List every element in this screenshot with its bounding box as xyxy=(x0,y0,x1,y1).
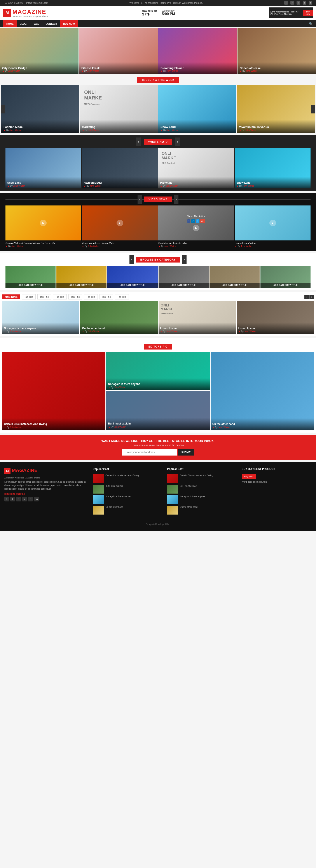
editor-right-title: On the other hand xyxy=(212,423,312,426)
nav-buy-now[interactable]: BUY NOW xyxy=(60,20,78,27)
hot-title-3: Marketing xyxy=(160,181,232,184)
footer-buy-desc: WordPress Theme Bundle xyxy=(242,480,312,483)
social-google-icon[interactable]: g xyxy=(309,1,312,5)
whats-hot-next-arrow[interactable]: › xyxy=(175,137,180,146)
footer-post-2-3[interactable]: Nor again is there anyone xyxy=(167,495,237,504)
news-item-1[interactable]: Nor again is there anyone ▲ By John Walt… xyxy=(2,301,79,334)
footer-social-pinterest[interactable]: p xyxy=(28,497,33,501)
video-prev-arrow[interactable]: ‹ xyxy=(138,195,142,204)
hero-item-3[interactable]: Blooming Flower ▲ By John Walter xyxy=(158,28,237,74)
newsletter-subtext: Lorem ipsum is simply dummy text of the … xyxy=(4,444,312,446)
logo[interactable]: M MAGAZINE A Premium WordPress Magazine … xyxy=(3,8,48,18)
header-buy-now-button[interactable]: Buy Now xyxy=(303,10,313,16)
footer-post-2-2[interactable]: But I must explain xyxy=(167,485,237,494)
trending-grid: Fashion Model ▲ By John Walter ONLIMARKE… xyxy=(1,85,315,133)
video-play-icon-4[interactable]: ▶ xyxy=(269,220,276,226)
search-icon[interactable]: 🔍 xyxy=(309,22,313,26)
hot-author-3: ▲ By John Walter xyxy=(160,185,232,187)
footer-social-twitter[interactable]: t xyxy=(10,497,15,501)
video-play-icon-1[interactable]: ▶ xyxy=(40,220,47,226)
editor-center-bottom[interactable]: But I must explain ▲ By John Walter xyxy=(106,391,209,430)
news-item-3[interactable]: ONLIMARKESEO Content Lorem Ipsum ▲ By Jo… xyxy=(159,301,236,334)
footer-post-1-4[interactable]: On the other hand xyxy=(93,506,163,515)
trend-item-3[interactable]: Snow Land ▲ By John Walter xyxy=(158,85,236,133)
video-item-2[interactable]: ▶ Video taken from Lipsum Video ▲ By Joh… xyxy=(82,206,158,249)
trend-item-2[interactable]: ONLIMARKESEO Content Marketing ▲ By John… xyxy=(80,85,158,133)
trend-title-1: Fashion Model xyxy=(3,125,77,128)
video-play-icon-3[interactable]: ▶ xyxy=(193,225,199,231)
cat-item-5[interactable]: ADD CATEGORY TITLE xyxy=(209,266,260,288)
category-prev-arrow[interactable]: ‹ xyxy=(130,255,134,264)
hero-item-4[interactable]: Chocolato cake ▲ By John Walter xyxy=(237,28,316,74)
newsletter-email-input[interactable] xyxy=(122,449,177,456)
cat-item-2[interactable]: ADD CATEGORY TITLE xyxy=(56,266,107,288)
video-next-arrow[interactable]: › xyxy=(174,195,178,204)
news-item-4[interactable]: Lorem Ipsum ▲ By John Walter xyxy=(237,301,314,334)
footer-post-1-3[interactable]: Nor again is there anyone xyxy=(93,495,163,504)
news-title-2: On the other hand xyxy=(82,327,156,330)
newsletter-submit-button[interactable]: SUBMIT xyxy=(178,449,194,456)
category-next-arrow[interactable]: › xyxy=(182,255,186,264)
nav-contact[interactable]: CONTACT xyxy=(42,20,60,27)
cat-item-6[interactable]: ADD CATEGORY TITLE xyxy=(260,266,311,288)
cat-item-1[interactable]: ADD CATEGORY TITLE xyxy=(5,266,56,288)
social-instagram-icon[interactable]: i xyxy=(296,1,300,5)
social-pinterest-icon[interactable]: p xyxy=(303,1,306,5)
cat-item-3[interactable]: ADD CATEGORY TITLE xyxy=(107,266,157,288)
editor-main-title: Certain Circumstances And Owing xyxy=(4,423,104,426)
footer-post-1-2[interactable]: But I must explain xyxy=(93,485,163,494)
top-bar: +00 1234-5678-90 info@youremail.com Welc… xyxy=(0,0,316,6)
tab-6[interactable]: Tab Title xyxy=(99,294,113,300)
hot-title-2: Fashion Model xyxy=(84,181,156,184)
social-twitter-icon[interactable]: t xyxy=(284,1,288,5)
cat-item-4[interactable]: ADD CATEGORY TITLE xyxy=(159,266,209,288)
editor-right-item[interactable]: On the other hand ▲ By John Walter xyxy=(210,352,314,430)
whats-hot-prev-arrow[interactable]: ‹ xyxy=(136,137,141,146)
editor-center-top[interactable]: Nor again is there anyone ▲ By John Walt… xyxy=(106,352,209,391)
social-facebook-icon[interactable]: f xyxy=(290,1,294,5)
nav-home[interactable]: HOME xyxy=(3,20,17,27)
video-item-1[interactable]: ▶ Sample Videos / Dummy Videos For Demo … xyxy=(5,206,81,249)
more-news-next-arrow[interactable]: › xyxy=(310,294,314,299)
nav-page[interactable]: PAGE xyxy=(30,20,42,27)
footer-social-google[interactable]: g xyxy=(16,497,21,501)
hero-item-2[interactable]: Fitness Freak ▲ By John Walter xyxy=(79,28,158,74)
news-item-2[interactable]: On the other hand ▲ By John Walter xyxy=(80,301,157,334)
trending-prev-arrow[interactable]: ‹ xyxy=(1,105,5,114)
footer-social-rss[interactable]: rss xyxy=(34,497,39,501)
tab-7[interactable]: Tab Title xyxy=(115,294,129,300)
ad-text: WordPress Magazine Theme NJ VW WordPress… xyxy=(269,10,303,16)
tab-5[interactable]: Tab Title xyxy=(84,294,98,300)
video-item-3[interactable]: Share This Article f in t g+ ▶ Curabitur… xyxy=(158,206,234,249)
footer-post-text-1-2: But I must explain xyxy=(106,485,123,487)
hot-item-4[interactable]: Snow Land ▲ By John Walter xyxy=(235,148,311,188)
video-item-4[interactable]: ▶ Lorem Ipsum Video ▲ By John Walter xyxy=(235,206,311,249)
tab-1[interactable]: Tab Title xyxy=(22,294,36,300)
cat-title-1: ADD CATEGORY TITLE xyxy=(7,284,54,286)
hero-item-1[interactable]: City Center Bridge ▲ By John Walter xyxy=(0,28,79,74)
editor-main-item[interactable]: Certain Circumstances And Owing ▲ By Joh… xyxy=(2,352,106,430)
trend-item-1[interactable]: Fashion Model ▲ By John Walter xyxy=(1,85,79,133)
hot-item-3[interactable]: ONLIMARKESEO Content Marketing ▲ By John… xyxy=(158,148,234,188)
hot-item-1[interactable]: Snow Land ▲ By John Walter xyxy=(5,148,81,188)
nav-blog[interactable]: BLOG xyxy=(17,20,30,27)
video-play-icon-2[interactable]: ▶ xyxy=(117,220,123,226)
tab-4[interactable]: Tab Title xyxy=(68,294,82,300)
footer-post-1-1[interactable]: Certain Circumstances And Owing xyxy=(93,474,163,483)
top-bar-left: +00 1234-5678-90 info@youremail.com xyxy=(3,2,48,4)
top-bar-center: Welcome To The Magazine Theme Pro Premiu… xyxy=(48,2,284,4)
trend-item-4[interactable]: Vivamus mollis varius ▲ By John Walter xyxy=(237,85,315,133)
footer-buy-button[interactable]: Buy Now xyxy=(242,474,256,479)
trending-next-arrow[interactable]: › xyxy=(311,105,315,114)
footer-post-2-1[interactable]: Certain Circumstances And Owing xyxy=(167,474,237,483)
more-news-prev-arrow[interactable]: ‹ xyxy=(305,294,309,299)
editor-center-top-title: Nor again is there anyone xyxy=(108,382,208,385)
footer-post-2-4[interactable]: On the other hand xyxy=(167,506,237,515)
tab-2[interactable]: Tab Title xyxy=(37,294,51,300)
hot-item-2[interactable]: Fashion Model ▲ By John Walter xyxy=(82,148,158,188)
tab-3[interactable]: Tab Title xyxy=(53,294,67,300)
footer-social-links: f t g in p rss xyxy=(4,497,88,501)
footer-popular-1: Popular Post Certain Circumstances And O… xyxy=(93,468,163,516)
footer-social-linkedin[interactable]: in xyxy=(22,497,27,501)
footer-social-facebook[interactable]: f xyxy=(4,497,9,501)
